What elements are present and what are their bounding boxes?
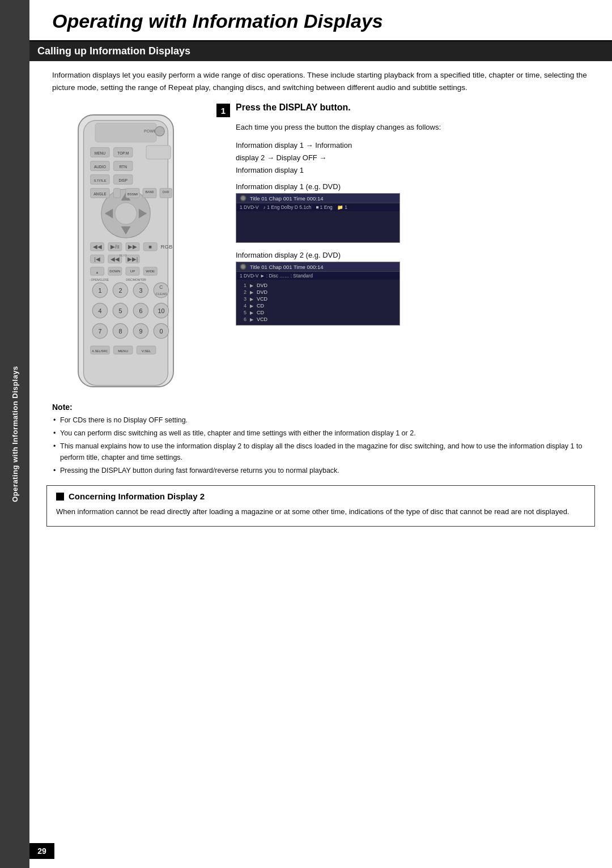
svg-text:▶▶|: ▶▶| xyxy=(128,256,138,262)
display2-caption: Information display 2 (e.g. DVD) xyxy=(236,251,595,259)
steps-column: 1 Press the DISPLAY button. Each time yo… xyxy=(216,102,595,333)
arrow-line1: Information display 1 → Informationdispl… xyxy=(236,141,352,174)
display1-title-info: Title 01 Chap 001 Time 000:14 xyxy=(250,195,396,202)
step-1-title: Press the DISPLAY button. xyxy=(236,102,351,113)
svg-text:DOWN: DOWN xyxy=(109,270,120,273)
svg-text:DISP: DISP xyxy=(119,178,128,182)
disc-list-item: 5 ▶ CD xyxy=(241,309,395,316)
disc-arrow-icon: ▶ xyxy=(250,297,253,302)
svg-rect-26 xyxy=(113,189,120,198)
svg-text:WIDE: WIDE xyxy=(146,270,155,273)
step-1-arrow-text: Information display 1 → Informationdispl… xyxy=(236,139,595,177)
disc-num: 4 xyxy=(241,303,246,309)
svg-text:REAR: REAR xyxy=(120,254,128,257)
display2-box: Title 01 Chap 001 Time 000:14 1 DVD-V ► … xyxy=(236,262,400,326)
note-title: Note: xyxy=(52,403,589,412)
svg-text:BAND: BAND xyxy=(146,190,154,194)
svg-text:DISC/MONITOR: DISC/MONITOR xyxy=(126,279,146,281)
svg-text:◀◀: ◀◀ xyxy=(93,244,102,250)
svg-text:8: 8 xyxy=(118,328,122,335)
note-list: For CDs there is no Display OFF setting.… xyxy=(52,414,589,476)
note-list-item: You can perform disc switching as well a… xyxy=(52,427,589,439)
svg-text:▲: ▲ xyxy=(96,271,99,274)
svg-text:■: ■ xyxy=(148,244,152,250)
sidebar-label: Operating with Information Displays xyxy=(11,366,19,502)
note-list-item: For CDs there is no Display OFF setting. xyxy=(52,414,589,426)
svg-text:▶▶: ▶▶ xyxy=(128,244,137,250)
svg-text:CLEAR: CLEAR xyxy=(155,292,167,296)
display1-caption: Information display 1 (e.g. DVD) xyxy=(236,182,595,191)
disc-arrow-icon: ▶ xyxy=(250,303,253,309)
step-1-body: Each time you press the button the displ… xyxy=(236,122,595,134)
svg-text:MENU: MENU xyxy=(118,349,128,353)
svg-text:RTN: RTN xyxy=(119,165,127,169)
concerning-section: Concerning Information Display 2 When in… xyxy=(46,485,595,526)
disc-list-item: 6 ▶ VCD xyxy=(241,316,395,323)
display1-topbar: Title 01 Chap 001 Time 000:14 xyxy=(236,194,400,203)
svg-rect-1 xyxy=(84,121,168,386)
svg-text:5: 5 xyxy=(118,308,122,315)
svg-text:UP: UP xyxy=(130,270,135,273)
svg-text:A.SEL/SRC: A.SEL/SRC xyxy=(92,349,108,353)
page-number: 29 xyxy=(29,843,54,859)
display1-status-text: 1 DVD-V xyxy=(240,204,259,210)
disc-type: DVD xyxy=(257,289,267,295)
step-1-number: 1 xyxy=(216,104,230,117)
disc-type: CD xyxy=(257,310,264,315)
svg-point-4 xyxy=(155,127,165,136)
svg-text:9: 9 xyxy=(139,328,142,335)
svg-text:◀◀: ◀◀ xyxy=(110,256,120,262)
svg-text:RGB: RGB xyxy=(161,244,173,250)
step-1-heading: 1 Press the DISPLAY button. xyxy=(216,102,595,117)
svg-text:▶/II: ▶/II xyxy=(110,244,120,250)
disc-icon-2 xyxy=(240,263,246,270)
black-square-icon xyxy=(56,493,64,501)
note-section: Note: For CDs there is no Display OFF se… xyxy=(52,403,589,476)
svg-text:ANGLE: ANGLE xyxy=(94,192,107,196)
disc-list-item: 4 ▶ CD xyxy=(241,302,395,309)
note-list-item: Pressing the DISPLAY button during fast … xyxy=(52,465,589,476)
svg-text:4: 4 xyxy=(98,308,101,315)
disc-num: 6 xyxy=(241,317,246,322)
svg-text:3: 3 xyxy=(139,288,142,294)
page-title: Operating with Information Displays xyxy=(29,0,612,41)
disc-arrow-icon: ▶ xyxy=(250,317,253,322)
disc-type: DVD xyxy=(257,283,267,288)
svg-rect-9 xyxy=(146,146,171,159)
disc-type: VCD xyxy=(257,296,267,302)
display2-status: 1 DVD-V ► : Disc …… : Standard xyxy=(236,272,400,280)
svg-text:7: 7 xyxy=(98,328,101,335)
display2-disc-list: 1 ▶ DVD2 ▶ DVD3 ▶ VCD4 ▶ CD5 ▶ CD6 ▶ VCD xyxy=(236,280,400,325)
display2-topbar: Title 01 Chap 001 Time 000:14 xyxy=(236,262,400,272)
two-col-layout: POWER MENU TOP.M AUDIO RTN S.TITLE xyxy=(29,102,612,394)
disc-icon-1 xyxy=(240,195,246,202)
disc-num: 2 xyxy=(241,289,246,295)
disc-arrow-icon: ▶ xyxy=(250,283,253,288)
svg-text:AUDIO: AUDIO xyxy=(94,165,106,169)
svg-text:S.TITLE: S.TITLE xyxy=(94,179,106,182)
svg-text:2: 2 xyxy=(118,288,122,294)
display2-title-info: Title 01 Chap 001 Time 000:14 xyxy=(250,264,396,270)
svg-text:C: C xyxy=(159,284,163,290)
svg-text:0: 0 xyxy=(159,328,163,335)
disc-type: VCD xyxy=(257,317,267,322)
concerning-title: Concerning Information Display 2 xyxy=(69,491,205,501)
disc-type: CD xyxy=(257,303,264,309)
disc-list-item: 1 ▶ DVD xyxy=(241,282,395,289)
svg-text:TOP.M: TOP.M xyxy=(117,151,129,155)
concerning-body: When information cannot be read directly… xyxy=(56,506,585,518)
svg-text:|◀: |◀ xyxy=(94,256,100,262)
display1-angle: 📁 1 xyxy=(337,204,347,210)
section-body-text: Information displays let you easily perf… xyxy=(29,69,612,102)
disc-num: 3 xyxy=(241,296,246,302)
disc-arrow-icon: ▶ xyxy=(250,290,253,295)
svg-text:1: 1 xyxy=(98,288,101,294)
svg-text:V.SEL: V.SEL xyxy=(142,349,151,353)
display1-body xyxy=(236,211,400,242)
disc-num: 5 xyxy=(241,310,246,315)
svg-point-19 xyxy=(115,203,137,224)
sidebar: Operating with Information Displays xyxy=(0,0,29,868)
svg-text:DVD: DVD xyxy=(163,190,169,194)
concerning-heading: Concerning Information Display 2 xyxy=(56,491,585,501)
remote-control-image: POWER MENU TOP.M AUDIO RTN S.TITLE xyxy=(46,102,205,394)
